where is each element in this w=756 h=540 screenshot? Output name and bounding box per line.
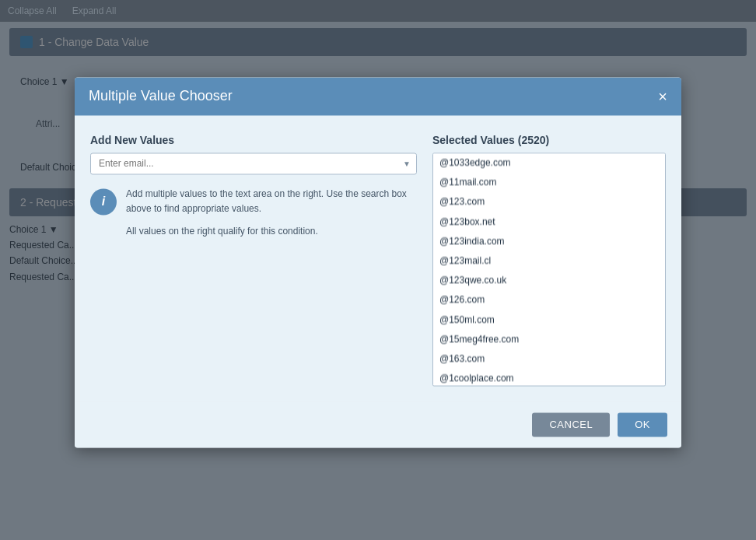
list-item[interactable]: @123india.com <box>433 232 665 251</box>
selected-values-list[interactable]: @1033edge.com@11mail.com@123.com@123box.… <box>432 153 666 386</box>
info-box: i Add multiple values to the text area o… <box>90 187 417 240</box>
list-item[interactable]: @163.com <box>433 349 665 369</box>
ok-button[interactable]: OK <box>618 412 667 437</box>
info-icon: i <box>90 188 117 215</box>
list-item[interactable]: @150ml.com <box>433 310 665 330</box>
right-panel: Selected Values (2520) @1033edge.com@11m… <box>432 134 666 386</box>
list-item[interactable]: @123.com <box>433 193 665 212</box>
left-panel: Add New Values ▼ i Add multiple values t… <box>90 134 417 386</box>
list-item[interactable]: @123mail.cl <box>433 251 665 271</box>
list-item[interactable]: @1033edge.com <box>433 153 665 173</box>
modal-header: Multiple Value Chooser × <box>75 77 681 115</box>
modal-body: Add New Values ▼ i Add multiple values t… <box>75 115 681 401</box>
list-item[interactable]: @123box.net <box>433 212 665 232</box>
list-item[interactable]: @1coolplace.com <box>433 370 665 387</box>
modal-title: Multiple Value Chooser <box>89 88 233 104</box>
list-item[interactable]: @126.com <box>433 291 665 310</box>
cancel-button[interactable]: CANCEL <box>532 412 610 437</box>
email-search-input[interactable] <box>90 153 417 174</box>
info-paragraph-2: All values on the right qualify for this… <box>126 225 417 240</box>
info-paragraph-1: Add multiple values to the text area on … <box>126 187 417 216</box>
values-list: @1033edge.com@11mail.com@123.com@123box.… <box>433 153 665 386</box>
list-item[interactable]: @123qwe.co.uk <box>433 272 665 291</box>
list-item[interactable]: @15meg4free.com <box>433 330 665 349</box>
info-text-block: Add multiple values to the text area on … <box>126 187 417 240</box>
email-input-wrapper: ▼ <box>90 153 417 174</box>
add-values-label: Add New Values <box>90 134 417 146</box>
modal-footer: CANCEL OK <box>75 401 681 447</box>
modal-close-button[interactable]: × <box>658 89 667 104</box>
selected-values-label: Selected Values (2520) <box>432 134 666 146</box>
dropdown-arrow-icon: ▼ <box>403 160 411 168</box>
list-item[interactable]: @11mail.com <box>433 174 665 193</box>
multiple-value-chooser-modal: Multiple Value Chooser × Add New Values … <box>75 77 681 447</box>
